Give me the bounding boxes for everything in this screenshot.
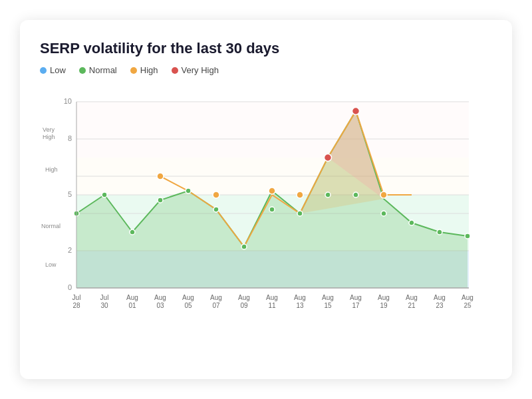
legend-label-normal: Normal (89, 65, 117, 75)
x-label-aug13: Aug (294, 294, 306, 301)
legend-label-low: Low (50, 65, 66, 75)
x-label-aug07b: 07 (212, 302, 220, 309)
x-label-aug15b: 15 (324, 302, 332, 309)
legend-item-normal: Normal (79, 65, 117, 75)
x-label-jul28: Jul (72, 294, 81, 301)
green-dot-5 (186, 188, 191, 194)
zone-label-normal-1: Normal (41, 223, 61, 229)
legend-label-high: High (140, 65, 158, 75)
x-label-aug03: Aug (154, 294, 166, 301)
zone-label-low: Low (45, 261, 57, 268)
x-label-jul30: Jul (100, 294, 109, 301)
legend-label-very-high: Very High (182, 65, 219, 75)
x-label-aug25b: 25 (464, 302, 471, 309)
x-label-aug09: Aug (238, 294, 250, 301)
x-label-aug07: Aug (210, 294, 222, 301)
chart-svg: 0 2 5 8 10 Low Normal High Very High (40, 82, 492, 341)
orange-dot-4 (297, 192, 303, 198)
low-icon (40, 67, 47, 74)
zone-label-high: High (45, 166, 58, 173)
red-dot-2 (352, 108, 360, 115)
x-label-aug01: Aug (126, 294, 138, 301)
page-title: SERP volatility for the last 30 days (40, 40, 492, 57)
chart-legend: Low Normal High Very High (40, 65, 492, 75)
chart-card: SERP volatility for the last 30 days Low… (20, 20, 512, 379)
orange-dot-1 (157, 173, 164, 180)
x-label-aug23b: 23 (436, 302, 444, 309)
x-label-aug19: Aug (378, 294, 390, 301)
green-dot-9 (297, 211, 303, 216)
green-dot-13 (409, 220, 414, 225)
y-label-0: 0 (68, 283, 72, 291)
x-label-aug13b: 13 (296, 302, 304, 309)
y-label-8: 8 (68, 134, 72, 142)
green-dot-10 (325, 192, 331, 198)
x-label-aug05b: 05 (184, 302, 192, 309)
green-dot-14 (437, 229, 442, 235)
x-label-jul28b: 28 (72, 302, 80, 309)
x-label-jul30b: 30 (100, 302, 108, 309)
legend-item-low: Low (40, 65, 66, 75)
orange-dot-5 (380, 192, 387, 198)
x-label-aug19b: 19 (380, 302, 388, 309)
red-dot-1 (325, 154, 332, 162)
green-dot-12 (381, 211, 386, 216)
orange-dot-2 (213, 192, 219, 198)
x-label-aug03b: 03 (156, 302, 164, 309)
orange-dot-3 (269, 188, 275, 194)
zone-label-very-high-1: Very (43, 126, 55, 133)
very-high-zone (76, 102, 469, 158)
y-label-5: 5 (68, 190, 72, 198)
x-label-aug21b: 21 (408, 302, 416, 309)
y-label-10: 10 (64, 97, 72, 105)
normal-icon (79, 67, 86, 74)
x-label-aug25: Aug (462, 294, 473, 301)
x-label-aug05: Aug (182, 294, 194, 301)
zone-label-very-high-2: High (43, 134, 55, 140)
green-dot-3 (130, 229, 135, 235)
x-label-aug01b: 01 (128, 302, 136, 309)
x-label-aug23: Aug (434, 294, 446, 301)
legend-item-high: High (130, 65, 158, 75)
x-label-aug17: Aug (350, 294, 362, 301)
green-dot-4 (158, 198, 163, 203)
green-dot-8 (269, 207, 275, 212)
very-high-icon (172, 67, 178, 74)
x-label-aug17b: 17 (352, 302, 360, 309)
x-label-aug15: Aug (322, 294, 334, 301)
x-label-aug11b: 11 (268, 302, 276, 309)
legend-item-very-high: Very High (172, 65, 219, 75)
green-dot-11 (353, 192, 358, 198)
high-icon (130, 67, 137, 74)
x-label-aug09b: 09 (240, 302, 248, 309)
x-label-aug21: Aug (406, 294, 418, 301)
chart-area: 0 2 5 8 10 Low Normal High Very High (40, 82, 492, 341)
green-dot-2 (102, 192, 107, 198)
x-label-aug11: Aug (266, 294, 278, 301)
green-dot-15 (465, 233, 470, 239)
green-dot-6 (213, 207, 219, 212)
y-label-2: 2 (68, 246, 72, 254)
green-dot-7 (241, 244, 247, 249)
